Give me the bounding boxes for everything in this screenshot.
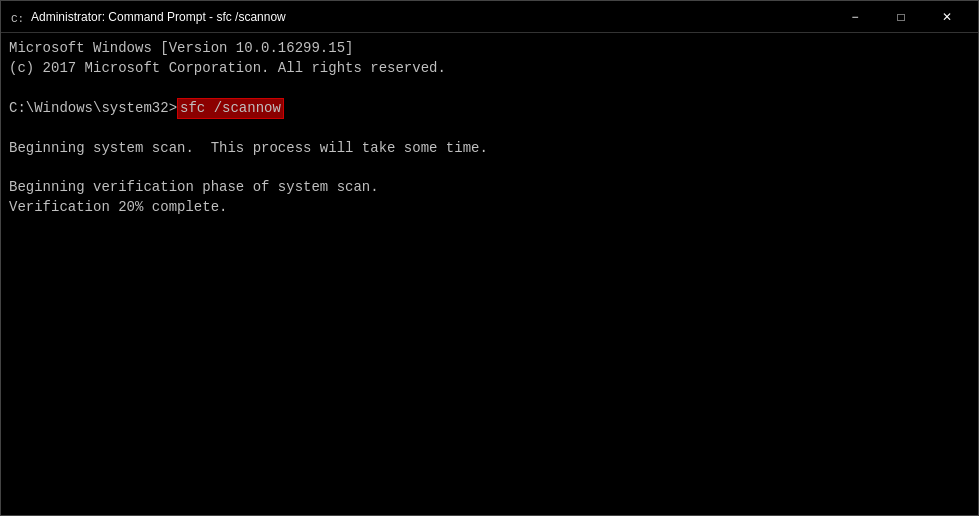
window-title: Administrator: Command Prompt - sfc /sca… bbox=[31, 10, 832, 24]
output-line-5: Verification 20% complete. bbox=[9, 198, 970, 218]
output-line-4: Beginning verification phase of system s… bbox=[9, 178, 970, 198]
blank-line-3 bbox=[9, 159, 970, 179]
window-controls: − □ ✕ bbox=[832, 1, 970, 33]
svg-text:C:: C: bbox=[11, 13, 24, 25]
command-text: sfc /scannow bbox=[177, 98, 284, 120]
output-line-2: (c) 2017 Microsoft Corporation. All righ… bbox=[9, 59, 970, 79]
blank-line-2 bbox=[9, 119, 970, 139]
title-bar: C: Administrator: Command Prompt - sfc /… bbox=[1, 1, 978, 33]
output-line-3: Beginning system scan. This process will… bbox=[9, 139, 970, 159]
prompt-text: C:\Windows\system32> bbox=[9, 99, 177, 119]
close-button[interactable]: ✕ bbox=[924, 1, 970, 33]
command-line: C:\Windows\system32>sfc /scannow bbox=[9, 98, 970, 120]
terminal-body[interactable]: Microsoft Windows [Version 10.0.16299.15… bbox=[1, 33, 978, 515]
minimize-button[interactable]: − bbox=[832, 1, 878, 33]
output-line-1: Microsoft Windows [Version 10.0.16299.15… bbox=[9, 39, 970, 59]
cmd-window: C: Administrator: Command Prompt - sfc /… bbox=[0, 0, 979, 516]
blank-line-1 bbox=[9, 78, 970, 98]
maximize-button[interactable]: □ bbox=[878, 1, 924, 33]
cmd-icon: C: bbox=[9, 9, 25, 25]
